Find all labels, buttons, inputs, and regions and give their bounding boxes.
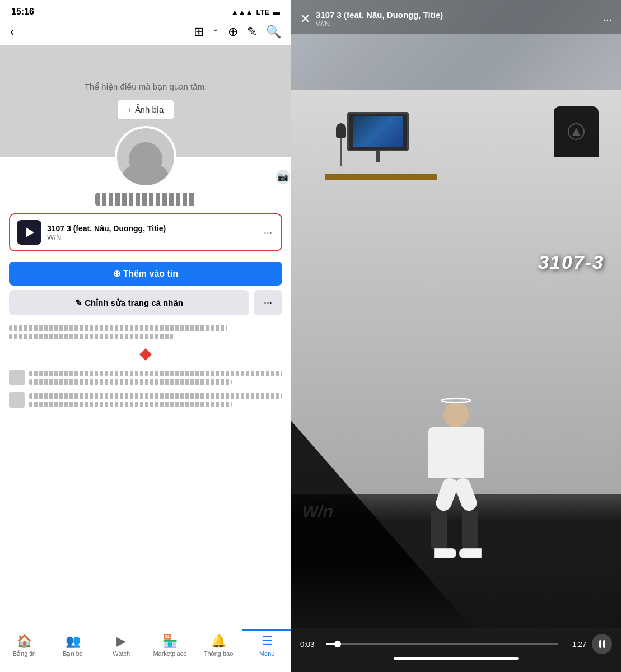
song-artist: W/N xyxy=(47,233,256,241)
add-icon[interactable]: ⊕ xyxy=(228,25,238,39)
pause-bar-right xyxy=(603,640,605,648)
nav-bar: ‹ ⊞ ↑ ⊕ ✎ 🔍 xyxy=(0,21,291,45)
progress-area: 0:03 -1:27 xyxy=(291,628,621,672)
home-icon: 🏠 xyxy=(17,634,32,648)
bottom-home-indicator xyxy=(394,657,519,660)
bottom-navigation: 🏠 Bảng tin 👥 Bạn bè ▶ Watch 🏪 Marketplac… xyxy=(0,626,291,672)
nav-label-watch: Watch xyxy=(113,650,130,657)
pause-button[interactable] xyxy=(592,634,612,654)
blur-row-3 xyxy=(9,392,282,408)
bottom-fade xyxy=(291,561,621,628)
blur-line xyxy=(9,334,173,339)
blur-line xyxy=(9,325,227,331)
notifications-icon: 🔔 xyxy=(211,634,226,648)
song-more-button[interactable]: ··· xyxy=(262,227,274,239)
username-area xyxy=(0,188,291,208)
nav-item-notifications[interactable]: 🔔 Thông báo xyxy=(194,631,243,661)
nav-item-feed[interactable]: 🏠 Bảng tin xyxy=(0,631,49,661)
battery-icon: ▬ xyxy=(273,8,280,16)
player-song-artist: W/N xyxy=(316,20,597,28)
microphone-body xyxy=(336,123,346,138)
watch-icon: ▶ xyxy=(116,634,126,648)
status-time: 15:16 xyxy=(11,7,34,17)
song-thumbnail xyxy=(17,220,41,245)
lte-label: LTE xyxy=(256,8,269,16)
monitor-desk xyxy=(325,112,437,185)
wn-overlay: W/n xyxy=(302,502,333,521)
username-blurred xyxy=(95,193,196,206)
blur-line xyxy=(29,393,282,399)
blurred-content-area xyxy=(0,320,291,626)
desk-surface xyxy=(325,174,437,180)
add-story-button[interactable]: ⊕ Thêm vào tin xyxy=(9,262,282,286)
blur-row-2 xyxy=(9,370,282,385)
nav-label-marketplace: Marketplace xyxy=(153,650,186,657)
signal-icon: ▲▲▲ xyxy=(231,8,253,16)
layout-icon[interactable]: ⊞ xyxy=(194,25,204,39)
halo xyxy=(441,398,471,403)
more-options-button[interactable]: ··· xyxy=(254,290,282,315)
pause-bar-left xyxy=(599,640,601,648)
gaming-chair xyxy=(548,106,604,174)
song-title: 3107 3 (feat. Nâu, Duongg, Titie) xyxy=(47,224,256,233)
play-icon xyxy=(26,227,34,237)
person-figure xyxy=(412,402,501,548)
player-title-group: 3107 3 (feat. Nâu, Duongg, Titie) W/N xyxy=(316,10,597,28)
chair-logo-inner xyxy=(572,128,580,136)
main-video-area: 3107-3 W/n xyxy=(291,90,621,628)
blur-icon-1 xyxy=(9,370,25,385)
avatar-body xyxy=(123,163,168,185)
player-song-title: 3107 3 (feat. Nâu, Duongg, Titie) xyxy=(316,10,597,20)
shoe-right xyxy=(459,548,482,558)
progress-bar-container[interactable] xyxy=(326,643,558,645)
chair-logo xyxy=(568,123,585,140)
add-cover-photo-button[interactable]: + Ảnh bìa xyxy=(117,100,175,120)
leg-right-upper xyxy=(462,511,478,550)
friends-icon: 👥 xyxy=(66,634,81,648)
search-icon[interactable]: 🔍 xyxy=(266,25,281,39)
nav-label-menu: Menu xyxy=(259,650,275,657)
red-icon xyxy=(139,348,152,361)
right-panel: ✕ 3107 3 (feat. Nâu, Duongg, Titie) W/N … xyxy=(291,0,621,672)
back-icon[interactable]: ‹ xyxy=(10,25,14,39)
song-info: 3107 3 (feat. Nâu, Duongg, Titie) W/N xyxy=(47,224,256,241)
profile-picture[interactable] xyxy=(115,126,176,188)
edit-icon[interactable]: ✎ xyxy=(247,25,257,39)
player-header: ✕ 3107 3 (feat. Nâu, Duongg, Titie) W/N … xyxy=(291,0,621,34)
person-head xyxy=(443,402,469,427)
leg-left-upper xyxy=(431,511,447,550)
progress-dot xyxy=(334,641,341,647)
status-icons: ▲▲▲ LTE ▬ xyxy=(231,8,280,16)
player-close-button[interactable]: ✕ xyxy=(300,12,310,26)
edit-profile-button[interactable]: ✎ Chỉnh sửa trang cá nhân xyxy=(9,290,249,315)
leg-right xyxy=(462,511,482,558)
blur-row-1 xyxy=(9,325,282,339)
now-playing-card[interactable]: 3107 3 (feat. Nâu, Duongg, Titie) W/N ··… xyxy=(9,213,282,251)
studio-scene: 3107-3 W/n xyxy=(291,90,621,628)
leg-left xyxy=(431,511,456,558)
nav-item-friends[interactable]: 👥 Bạn bè xyxy=(49,631,97,661)
player-more-button[interactable]: ··· xyxy=(603,13,612,26)
blur-icon-2 xyxy=(9,392,25,408)
cover-placeholder-text: Thể hiện điều mà bạn quan tâm. xyxy=(85,82,207,92)
edit-row: ✎ Chỉnh sửa trang cá nhân ··· xyxy=(9,290,282,315)
pause-icon xyxy=(599,640,605,648)
menu-icon: ☰ xyxy=(262,634,273,648)
share-icon[interactable]: ↑ xyxy=(213,25,219,39)
blur-lines-1 xyxy=(9,325,282,339)
nav-right: ⊞ ↑ ⊕ ✎ 🔍 xyxy=(194,25,281,39)
nav-item-watch[interactable]: ▶ Watch xyxy=(97,631,146,661)
left-panel: 15:16 ▲▲▲ LTE ▬ ‹ ⊞ ↑ ⊕ ✎ 🔍 Thể hiện điề… xyxy=(0,0,291,672)
song-text-overlay: 3107-3 xyxy=(538,251,604,273)
blur-line xyxy=(29,379,232,385)
monitor-stand xyxy=(376,151,380,162)
person-arms xyxy=(412,478,501,511)
blur-line xyxy=(29,371,282,376)
camera-badge[interactable]: 📷 xyxy=(274,169,291,185)
nav-item-menu[interactable]: ☰ Menu xyxy=(242,629,291,661)
person-body xyxy=(428,427,484,478)
marketplace-icon: 🏪 xyxy=(162,634,178,648)
blur-lines-3 xyxy=(29,393,282,407)
microphone-pole xyxy=(340,138,342,166)
nav-item-marketplace[interactable]: 🏪 Marketplace xyxy=(146,631,194,661)
